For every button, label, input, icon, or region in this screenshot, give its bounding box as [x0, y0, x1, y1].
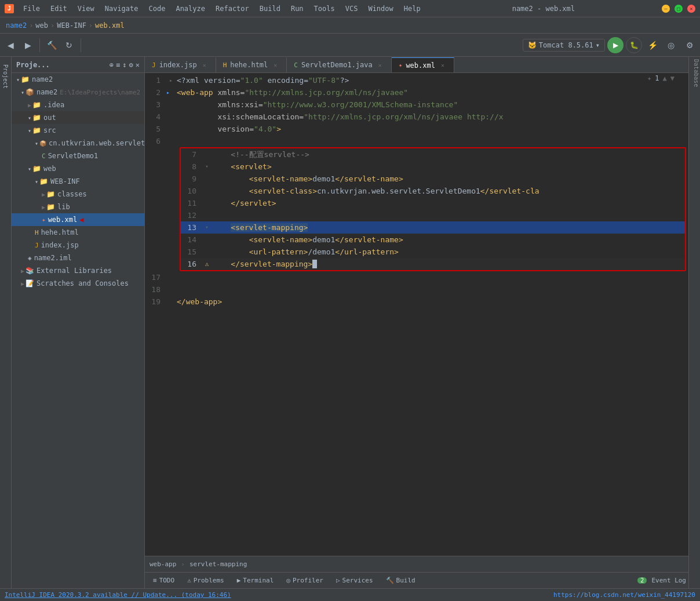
tab-problems-label: Problems — [194, 577, 224, 584]
tree-src[interactable]: ▾ 📁 src — [12, 124, 144, 137]
tab-hehehtml[interactable]: H hehe.html ✕ — [216, 57, 287, 72]
tree-root[interactable]: ▾ 📁 name2 — [12, 73, 144, 86]
tab-webxml-close[interactable]: ✕ — [439, 61, 447, 70]
menu-bar: File Edit View Navigate Code Analyze Ref… — [19, 3, 425, 14]
breadcrumb-web[interactable]: web — [35, 21, 48, 30]
todo-icon: ≡ — [153, 577, 157, 584]
project-sort-icon[interactable]: ↕ — [122, 61, 126, 69]
run-config-selector[interactable]: 🐱 Tomcat 8.5.61 ▾ — [523, 39, 605, 52]
tree-iml[interactable]: ◈ name2.iml — [12, 252, 144, 264]
tree-out-label: out — [43, 114, 56, 122]
menu-file[interactable]: File — [19, 3, 45, 14]
toolbar-build[interactable]: 🔨 — [43, 37, 60, 53]
editor-chevron-down[interactable]: ▼ — [670, 74, 675, 82]
tab-todo[interactable]: ≡ TODO — [147, 574, 180, 587]
toolbar-profile[interactable]: ◎ — [663, 37, 679, 53]
close-button[interactable]: ✕ — [687, 5, 695, 13]
maximize-button[interactable]: □ — [675, 5, 683, 13]
tab-indexjsp-close[interactable]: ✕ — [200, 61, 209, 69]
project-tree: ▾ 📁 name2 ▾ 📦 name2 E:\IdeaProjects\name… — [12, 73, 144, 588]
out-folder-icon: 📁 — [32, 114, 41, 122]
project-panel-header: Proje... ⊕ ≡ ↕ ⚙ ✕ — [12, 57, 144, 73]
project-settings-icon[interactable]: ⚙ — [129, 61, 133, 69]
tab-services[interactable]: ▷ Services — [330, 574, 379, 587]
tree-iml-label: name2.iml — [34, 254, 72, 262]
run-button[interactable]: ▶ — [607, 37, 624, 53]
root-folder-icon: 📁 — [21, 75, 30, 83]
ext-libs-icon: 📚 — [25, 267, 34, 275]
project-panel: Proje... ⊕ ≡ ↕ ⚙ ✕ ▾ 📁 name2 ▾ — [12, 57, 145, 588]
menu-code[interactable]: Code — [144, 3, 170, 14]
code-line-12: 12 — [181, 209, 685, 221]
project-close-icon[interactable]: ✕ — [136, 61, 140, 69]
tree-webinf[interactable]: ▾ 📁 WEB-INF — [12, 175, 144, 188]
database-icon[interactable]: Database — [690, 59, 699, 87]
breadcrumb-webxml[interactable]: web.xml — [95, 21, 125, 30]
tree-web-label: web — [43, 165, 56, 173]
tab-webxml[interactable]: ✦ web.xml ✕ — [392, 57, 454, 72]
intellij-version[interactable]: IntelliJ IDEA 2020.3.2 available // Upda… — [5, 591, 231, 599]
toolbar-sync[interactable]: ↻ — [61, 37, 77, 53]
minimize-button[interactable]: — — [662, 5, 670, 13]
tab-servlet-close[interactable]: ✕ — [376, 61, 384, 69]
tree-classes[interactable]: ▶ 📁 classes — [12, 188, 144, 201]
tab-hehehtml-close[interactable]: ✕ — [271, 61, 279, 69]
arrow-indicator-icon: ◀ — [79, 216, 83, 224]
tree-indexjsp[interactable]: J index.jsp — [12, 239, 144, 252]
csdn-url[interactable]: https://blog.csdn.net/weixin_44197120 — [553, 591, 695, 599]
tab-hehehtml-icon: H — [223, 61, 227, 69]
tree-out[interactable]: ▾ 📁 out — [12, 111, 144, 124]
menu-help[interactable]: Help — [399, 3, 425, 14]
tree-servletdemo1[interactable]: C ServletDemo1 — [12, 150, 144, 162]
breadcrumb-name2[interactable]: name2 — [6, 21, 27, 30]
status-path-webapp[interactable]: web-app — [150, 560, 176, 568]
menu-build[interactable]: Build — [255, 3, 285, 14]
tab-terminal[interactable]: ▶ Terminal — [231, 574, 280, 587]
tree-webxml[interactable]: ✦ web.xml ◀ — [12, 213, 144, 226]
menu-window[interactable]: Window — [363, 3, 398, 14]
web-folder-icon: 📁 — [32, 165, 41, 173]
toolbar-back[interactable]: ◀ — [2, 37, 19, 53]
breadcrumb-webinf[interactable]: WEB-INF — [57, 21, 86, 30]
menu-refactor[interactable]: Refactor — [211, 3, 254, 14]
toolbar-coverage[interactable]: ⚡ — [644, 37, 661, 53]
menu-vcs[interactable]: VCS — [341, 3, 363, 14]
project-add-icon[interactable]: ⊕ — [110, 61, 114, 69]
toolbar-forward[interactable]: ▶ — [20, 37, 36, 53]
editor-line-num: 1 — [655, 74, 659, 82]
code-line-16: 16 ⚠ </servlet-mapping> — [181, 258, 685, 270]
event-log-badge: 2 — [637, 577, 647, 584]
toolbar-separator-2 — [81, 38, 81, 52]
tree-ext-libs[interactable]: ▶ 📚 External Libraries — [12, 264, 144, 277]
menu-analyze[interactable]: Analyze — [171, 3, 210, 14]
tab-problems[interactable]: ⚠ Problems — [181, 574, 230, 587]
tree-idea[interactable]: ▶ 📁 .idea — [12, 99, 144, 111]
tree-package[interactable]: ▾ 📦 cn.utkvrian.web.servlet — [12, 137, 144, 150]
tree-indexjsp-label: index.jsp — [41, 241, 79, 249]
menu-edit[interactable]: Edit — [46, 3, 72, 14]
editor-chevron-up[interactable]: ▲ — [663, 74, 667, 82]
status-path-servletmapping[interactable]: servlet-mapping — [189, 560, 247, 568]
tab-servletdemo1[interactable]: C ServletDemo1.java ✕ — [287, 57, 391, 72]
editor-area[interactable]: ✦ 1 ▲ ▼ 1 ▸ <?xml version="1.0" encoding… — [145, 73, 688, 556]
sidebar-project-icon[interactable]: Project — [1, 59, 10, 94]
toolbar: ◀ ▶ 🔨 ↻ 🐱 Tomcat 8.5.61 ▾ ▶ 🐛 ⚡ ◎ ⚙ — [0, 34, 700, 57]
menu-view[interactable]: View — [73, 3, 99, 14]
tree-module[interactable]: ▾ 📦 name2 E:\IdeaProjects\name2 — [12, 86, 144, 99]
toolbar-settings[interactable]: ⚙ — [681, 37, 698, 53]
debug-button[interactable]: 🐛 — [626, 37, 642, 53]
project-collapse-icon[interactable]: ≡ — [116, 61, 120, 69]
sidebar-icons: Project — [0, 57, 12, 588]
tab-indexjsp[interactable]: J index.jsp ✕ — [145, 57, 216, 72]
tree-hehehtml[interactable]: H hehe.html — [12, 226, 144, 239]
event-log-label[interactable]: Event Log — [651, 577, 686, 584]
menu-run[interactable]: Run — [286, 3, 308, 14]
tab-profiler[interactable]: ◎ Profiler — [280, 574, 329, 587]
tree-scratches[interactable]: ▶ 📝 Scratches and Consoles — [12, 277, 144, 290]
src-folder-icon: 📁 — [32, 126, 41, 134]
tab-build[interactable]: 🔨 Build — [380, 574, 421, 587]
menu-navigate[interactable]: Navigate — [100, 3, 143, 14]
tree-lib[interactable]: ▶ 📁 lib — [12, 201, 144, 213]
menu-tools[interactable]: Tools — [309, 3, 340, 14]
tree-web[interactable]: ▾ 📁 web — [12, 162, 144, 175]
